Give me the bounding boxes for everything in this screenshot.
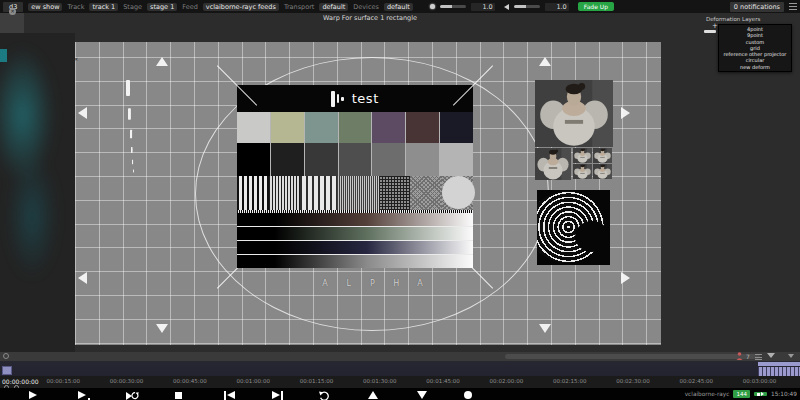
alpha-letter: A (408, 277, 432, 291)
timecode-ruler[interactable]: 00:00:15:0000:00:30:0000:00:45:0000:01:0… (0, 376, 800, 388)
menu-devices-value[interactable]: default (384, 3, 413, 11)
gray-step-swatch (305, 143, 338, 176)
menu-track-value[interactable]: track 1 (89, 3, 118, 11)
current-timecode: 00:00:00:00 (2, 378, 39, 385)
menu-devices-key[interactable]: Devices (353, 3, 379, 11)
close-icon[interactable]: ✕ (9, 8, 16, 15)
brightness-slider[interactable] (440, 5, 466, 8)
menu-stage-key[interactable]: Stage (123, 3, 142, 11)
track-clip-block[interactable] (2, 366, 12, 375)
color-bar-swatch (305, 112, 338, 143)
track-lane[interactable] (0, 361, 800, 376)
warp-handle-left-bottom[interactable] (78, 272, 87, 284)
menu-feed-value[interactable]: vclaiborne-rayc feeds (203, 3, 279, 11)
timecode-label: 00:03:00:00 (739, 378, 781, 384)
menu-stage-value[interactable]: stage 1 (147, 3, 177, 11)
timecode-label: 00:01:15:00 (296, 378, 338, 384)
warp-handle-left-top[interactable] (78, 107, 87, 119)
warp-handle-down-left[interactable] (156, 324, 168, 333)
editor-subtitle: Warp For surface 1 rectangle (170, 14, 570, 22)
gradient-ramp (237, 227, 473, 240)
help-icon[interactable] (3, 353, 9, 359)
notifications-button[interactable]: 0 notifications (730, 2, 784, 12)
gray-steps-row (237, 143, 473, 176)
menu-transport-key[interactable]: Transport (284, 3, 315, 11)
color-bar-swatch (440, 112, 473, 143)
layers-icon[interactable] (755, 354, 762, 360)
alpha-letter: A (313, 277, 337, 291)
filter-funnel-icon[interactable] (767, 353, 775, 358)
panel-toggle-icon[interactable] (789, 3, 797, 10)
gray-step-swatch (440, 143, 473, 176)
section-scroll-pill[interactable] (505, 354, 760, 359)
warp-handle-right-bottom[interactable] (621, 272, 630, 284)
menu-track-key[interactable]: Track (67, 3, 84, 11)
menu-transport-value[interactable]: default (319, 3, 348, 11)
warp-handle-up-left[interactable] (156, 57, 168, 66)
stripe-pattern (237, 176, 269, 210)
gradient-ramps (237, 213, 473, 268)
loop-section-button[interactable] (126, 391, 138, 400)
color-bars-row (237, 112, 473, 143)
brightness-icon (430, 4, 435, 9)
warp-handle-up-right[interactable] (539, 57, 551, 66)
timecode-label: 00:00:30:00 (106, 378, 148, 384)
clock: 15:10:49 (771, 391, 797, 397)
control-point-marker[interactable]: ✕ (74, 56, 78, 62)
diagonal-pattern (410, 176, 442, 210)
left-panel-stub (0, 13, 24, 33)
volume-value[interactable]: 1.0 (545, 3, 569, 11)
stripe-pattern (269, 176, 300, 210)
resolution-pattern-row (237, 176, 473, 210)
return-to-start-button[interactable] (319, 391, 331, 400)
timecode-label: 00:02:30:00 (612, 378, 654, 384)
record-button[interactable] (464, 391, 476, 400)
test-card-header: test (237, 85, 473, 112)
fps-badge: 144 (733, 390, 750, 398)
brightness-value[interactable]: 1.0 (471, 3, 495, 11)
gradient-ramp (237, 213, 473, 226)
down-button[interactable] (417, 391, 429, 400)
up-button[interactable] (368, 391, 380, 400)
menu-show[interactable]: ew show (28, 3, 62, 11)
stop-button[interactable] (175, 391, 187, 400)
timeline-loop-region[interactable] (758, 367, 800, 376)
status-cluster: vclaiborne-rayc 144 15:10:49 (685, 390, 797, 398)
color-bar-swatch (406, 112, 439, 143)
app-window: d3 ew show Track track 1 Stage stage 1 F… (0, 0, 800, 400)
test-card-title: test (352, 91, 379, 106)
gray-step-swatch (372, 143, 405, 176)
previous-section-button[interactable] (224, 391, 236, 400)
fade-up-button[interactable]: Fade Up (578, 2, 614, 11)
timecode-label: 00:00:15:00 (42, 378, 84, 384)
test-circle (442, 176, 475, 209)
next-section-button[interactable] (272, 391, 284, 400)
timecode-label: 00:02:15:00 (549, 378, 591, 384)
timeline-scroll-segment[interactable] (758, 362, 800, 366)
chevron-down-icon[interactable] (788, 354, 794, 358)
deformation-type-menu: 4point9pointcustomgridreference other pr… (718, 24, 792, 72)
deform-option[interactable]: new deform (719, 64, 791, 70)
play-to-next-button[interactable] (78, 391, 90, 400)
add-layer-button[interactable]: + (712, 22, 718, 30)
portrait-image-mip (573, 148, 592, 163)
warp-handle-right-top[interactable] (621, 107, 630, 119)
play-button[interactable] (29, 391, 41, 400)
gradient-ramp (237, 255, 473, 268)
gradient-ramp (237, 241, 473, 254)
spiral-hole (575, 221, 609, 252)
color-bar-swatch (237, 112, 270, 143)
gray-step-swatch (406, 143, 439, 176)
layer-slider-handle[interactable] (704, 30, 716, 33)
teal-thumbnail (0, 49, 7, 62)
volume-slider[interactable] (514, 5, 540, 8)
stripe-pattern (300, 176, 337, 210)
menu-feed-key[interactable]: Feed (182, 3, 198, 11)
timecode-label: 00:02:00:00 (485, 378, 527, 384)
sync-status-badge (754, 392, 767, 396)
transport-bar (0, 388, 800, 400)
timecode-label: 00:02:45:00 (675, 378, 717, 384)
warp-handle-down-right[interactable] (539, 324, 551, 333)
alpha-letter: L (337, 277, 361, 291)
collaborator-icon (736, 352, 743, 360)
